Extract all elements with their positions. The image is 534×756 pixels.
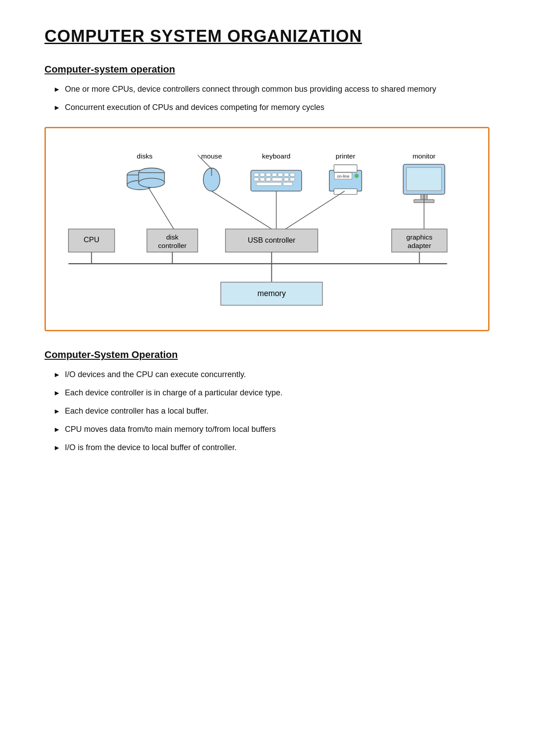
system-diagram: disks mouse keyboard printer monitor — [59, 139, 475, 314]
mouse-label: mouse — [201, 152, 222, 160]
graphics-adapter-label2: adapter — [408, 242, 431, 249]
svg-rect-21 — [290, 178, 295, 181]
list-item: ► Each device controller is in charge of… — [53, 387, 490, 399]
disk-controller-label: disk — [166, 233, 178, 241]
monitor-label: monitor — [413, 152, 436, 160]
keyboard-label: keyboard — [262, 152, 291, 160]
list-item: ► I/O is from the device to local buffer… — [53, 442, 490, 454]
svg-rect-23 — [283, 183, 292, 186]
list-item: ► Concurrent execution of CPUs and devic… — [53, 102, 490, 114]
bullet-arrow: ► — [53, 370, 61, 380]
bullet-text: One or more CPUs, device controllers con… — [65, 83, 436, 95]
list-item: ► CPU moves data from/to main memory to/… — [53, 423, 490, 435]
svg-rect-19 — [272, 178, 282, 181]
bullet-text: I/O is from the device to local buffer o… — [65, 442, 237, 454]
memory-box-label: memory — [258, 289, 286, 298]
svg-point-28 — [355, 174, 358, 178]
svg-rect-22 — [256, 183, 282, 186]
section2-heading: Computer-System Operation — [44, 349, 490, 361]
disks-label: disks — [137, 152, 153, 160]
svg-line-33 — [148, 187, 174, 229]
bullet-arrow: ► — [53, 84, 61, 95]
usb-controller-label: USB controller — [248, 236, 295, 244]
svg-rect-12 — [272, 173, 276, 176]
svg-rect-17 — [260, 178, 264, 181]
bullet-text: I/O devices and the CPU can execute conc… — [65, 369, 246, 381]
bullet-text: CPU moves data from/to main memory to/fr… — [65, 423, 276, 435]
svg-rect-25 — [334, 165, 357, 172]
svg-rect-9 — [254, 173, 259, 176]
printer-label: printer — [336, 152, 355, 160]
svg-rect-14 — [284, 173, 288, 176]
svg-line-36 — [286, 191, 345, 229]
graphics-adapter-label1: graphics — [406, 233, 433, 241]
bullet-arrow: ► — [53, 443, 61, 453]
diagram: disks mouse keyboard printer monitor — [44, 127, 490, 331]
bullet-arrow: ► — [53, 388, 61, 398]
section1: Computer-system operation ► One or more … — [44, 64, 490, 114]
svg-rect-13 — [278, 173, 283, 176]
bullet-text: Each device controller has a local buffe… — [65, 405, 209, 417]
svg-rect-20 — [284, 178, 288, 181]
section1-bullet-list: ► One or more CPUs, device controllers c… — [44, 83, 490, 114]
svg-rect-18 — [266, 178, 271, 181]
disk-controller-label2: controller — [158, 242, 186, 249]
bullet-text: Each device controller is in charge of a… — [65, 387, 283, 399]
svg-rect-10 — [260, 173, 264, 176]
svg-rect-26 — [334, 189, 357, 194]
printer-online-label: on-line — [337, 174, 349, 179]
list-item: ► I/O devices and the CPU can execute co… — [53, 369, 490, 381]
svg-line-34 — [211, 191, 271, 229]
svg-rect-16 — [254, 178, 259, 181]
bullet-arrow: ► — [53, 406, 61, 417]
svg-rect-11 — [266, 173, 271, 176]
cpu-box-label: CPU — [84, 236, 99, 244]
list-item: ► Each device controller has a local buf… — [53, 405, 490, 417]
section2-bullet-list: ► I/O devices and the CPU can execute co… — [44, 369, 490, 454]
svg-rect-30 — [406, 167, 441, 191]
section1-heading: Computer-system operation — [44, 64, 490, 75]
svg-rect-15 — [290, 173, 295, 176]
bullet-arrow: ► — [53, 102, 61, 113]
list-item: ► One or more CPUs, device controllers c… — [53, 83, 490, 95]
section2: Computer-System Operation ► I/O devices … — [44, 349, 490, 454]
bullet-arrow: ► — [53, 424, 61, 435]
svg-point-5 — [139, 178, 165, 187]
bullet-text: Concurrent execution of CPUs and devices… — [65, 102, 324, 114]
page-title: COMPUTER SYSTEM ORGANIZATION — [44, 27, 490, 46]
